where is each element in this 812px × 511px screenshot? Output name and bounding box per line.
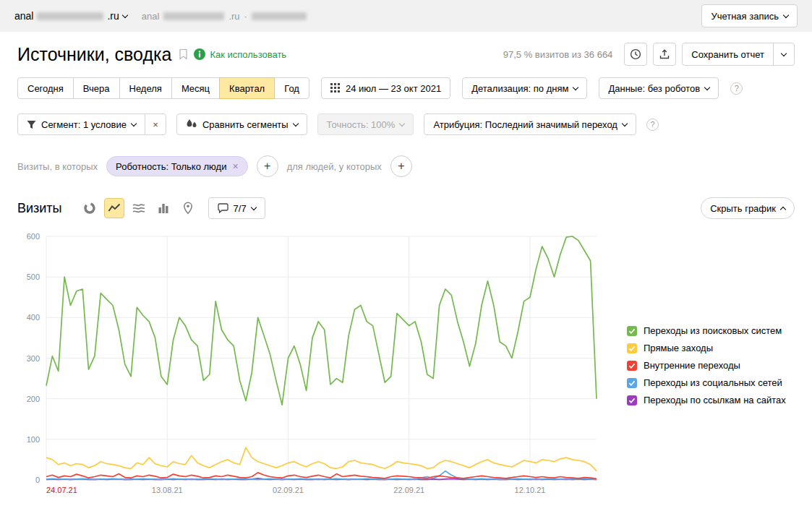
chart-series-line[interactable] <box>46 473 597 478</box>
dot-separator: · <box>244 11 247 22</box>
account-button[interactable]: Учетная запись <box>701 4 798 27</box>
period-tab[interactable]: Месяц <box>171 77 220 99</box>
series-checkbox[interactable] <box>627 326 637 336</box>
save-report-group: Сохранить отчет <box>682 43 795 66</box>
segment-clear-button[interactable]: × <box>145 113 166 135</box>
data-mode-dropdown[interactable]: Данные: без роботов <box>599 77 719 99</box>
people-condition-label: для людей, у которых <box>287 161 382 172</box>
pill-label: Роботность: Только люди <box>116 161 226 172</box>
period-tab[interactable]: Сегодня <box>17 77 74 99</box>
x-axis-label: 12.10.21 <box>515 486 546 494</box>
segment-dropdown[interactable]: Сегмент: 1 условие <box>17 113 145 135</box>
series-checkbox[interactable] <box>627 343 637 353</box>
legend-item[interactable]: Прямые заходы <box>627 343 808 353</box>
series-checkbox[interactable] <box>627 395 637 405</box>
funnel-icon <box>27 120 36 129</box>
x-axis-label: 13.08.21 <box>152 486 183 494</box>
blurred-site-name <box>37 12 103 20</box>
bookmark-icon[interactable] <box>179 48 188 60</box>
title-right: 97,5 % визитов из 36 664 Сохранить отчет <box>503 43 795 66</box>
line-chart-icon[interactable] <box>104 198 124 218</box>
legend-label: Прямые заходы <box>644 343 713 353</box>
robots-filter-pill[interactable]: Роботность: Только люди × <box>106 156 248 176</box>
add-people-condition-button[interactable]: + <box>390 155 412 177</box>
chart-type-switcher <box>80 198 198 218</box>
chart-title: Визиты <box>17 201 62 216</box>
plus-icon: + <box>264 160 270 173</box>
series-checkbox[interactable] <box>627 361 637 371</box>
y-axis-label: 200 <box>27 395 40 403</box>
secondary-suffix: .ru <box>228 11 239 22</box>
date-range-button[interactable]: 24 июл — 23 окт 2021 <box>321 77 450 99</box>
attribution-dropdown[interactable]: Атрибуция: Последний значимый переход <box>424 113 636 135</box>
topbar: anal .ru anal .ru · Учетная запись <box>0 0 812 32</box>
page-title: Источники, сводка <box>17 44 171 65</box>
how-to-use-link[interactable]: Как использовать <box>194 48 286 60</box>
plus-icon: + <box>398 160 404 173</box>
hide-chart-button[interactable]: Скрыть график <box>701 197 795 219</box>
calendar-grid-icon <box>330 83 341 93</box>
period-tabs: СегодняВчераНеделяМесяцКварталГод <box>17 77 309 99</box>
accuracy-dropdown[interactable]: Точность: 100% <box>317 113 414 135</box>
period-tab[interactable]: Вчера <box>73 77 120 99</box>
save-report-dropdown-button[interactable] <box>773 43 795 66</box>
annotations-dropdown[interactable]: 7/7 <box>208 197 265 219</box>
data-mode-label: Данные: без роботов <box>608 83 700 94</box>
help-icon[interactable]: ? <box>730 82 743 95</box>
legend-item[interactable]: Переходы по ссылкам на сайтах <box>627 395 808 405</box>
legend-item[interactable]: Переходы из поисковых систем <box>627 325 808 336</box>
segment-group: Сегмент: 1 условие × <box>17 113 166 135</box>
x-axis-label: 24.07.21 <box>46 486 77 494</box>
chart-series-line[interactable] <box>46 236 597 405</box>
attribution-label: Атрибуция: Последний значимый переход <box>433 119 617 130</box>
chart-header: Визиты <box>0 180 812 223</box>
date-range-label: 24 июл — 23 окт 2021 <box>346 83 441 94</box>
period-tab[interactable]: Неделя <box>119 77 172 99</box>
pie-chart-icon[interactable] <box>80 198 100 218</box>
close-icon[interactable]: × <box>232 160 238 172</box>
stacked-area-icon[interactable] <box>129 198 149 218</box>
save-report-button[interactable]: Сохранить отчет <box>682 43 774 66</box>
legend-label: Внутренние переходы <box>644 360 740 371</box>
legend-item[interactable]: Переходы из социальных сетей <box>627 377 808 388</box>
comment-icon <box>218 203 228 213</box>
x-axis-label: 02.09.21 <box>273 486 304 494</box>
chevron-down-icon <box>122 12 128 17</box>
chevron-down-icon <box>783 12 789 17</box>
clock-icon <box>630 48 641 60</box>
blurred-text <box>163 12 224 20</box>
add-visit-condition-button[interactable]: + <box>257 155 278 177</box>
drops-icon <box>186 119 197 129</box>
series-counter-label: 7/7 <box>234 203 247 214</box>
history-button[interactable] <box>624 43 647 66</box>
help-icon[interactable]: ? <box>646 119 659 131</box>
bar-chart-icon[interactable] <box>153 198 174 218</box>
period-row: СегодняВчераНеделяМесяцКварталГод 24 июл… <box>0 72 812 104</box>
legend-label: Переходы из социальных сетей <box>644 377 782 388</box>
chart-series-line[interactable] <box>46 447 597 471</box>
series-checkbox[interactable] <box>627 378 637 388</box>
map-pin-icon[interactable] <box>178 198 198 218</box>
detail-label: Детализация: по дням <box>471 83 568 94</box>
y-axis-label: 600 <box>27 232 40 241</box>
chevron-down-icon <box>250 204 256 210</box>
site-selector[interactable]: anal .ru <box>14 10 127 22</box>
detail-dropdown[interactable]: Детализация: по дням <box>462 77 587 99</box>
compare-segments-dropdown[interactable]: Сравнить сегменты <box>176 113 307 135</box>
visits-condition-label: Визиты, в которых <box>17 161 98 172</box>
account-label: Учетная запись <box>711 11 779 22</box>
export-button[interactable] <box>653 43 676 66</box>
y-axis-label: 500 <box>27 272 40 281</box>
visits-line-chart[interactable]: 010020030040050060024.07.2113.08.2102.09… <box>10 226 607 504</box>
site-name-suffix: .ru <box>107 10 119 22</box>
segment-label: Сегмент: 1 условие <box>41 119 127 130</box>
legend-item[interactable]: Внутренние переходы <box>627 360 808 371</box>
hide-chart-label: Скрыть график <box>710 203 776 214</box>
legend-label: Переходы из поисковых систем <box>644 325 782 336</box>
chart-area: 010020030040050060024.07.2113.08.2102.09… <box>0 223 812 504</box>
period-tab[interactable]: Квартал <box>219 77 275 99</box>
period-tab[interactable]: Год <box>274 77 309 99</box>
how-to-label: Как использовать <box>210 49 286 60</box>
chevron-down-icon <box>704 84 710 90</box>
y-axis-label: 0 <box>35 476 40 484</box>
